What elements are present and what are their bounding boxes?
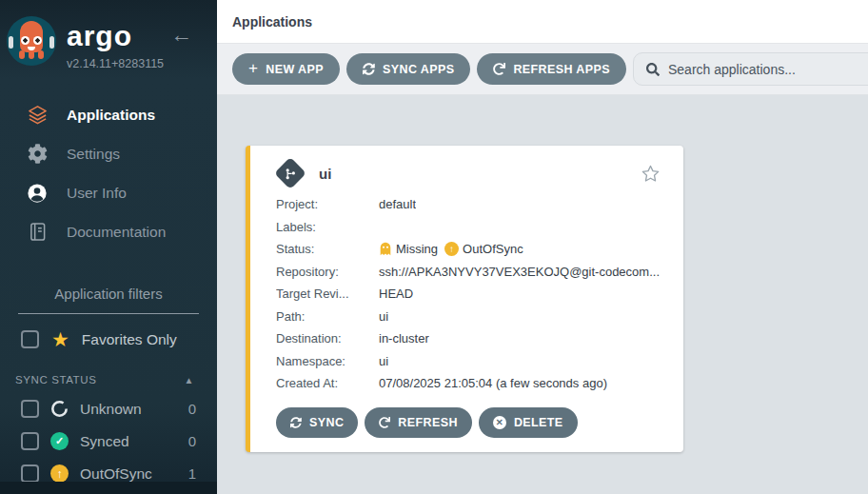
user-icon — [26, 183, 49, 204]
card-row-created-at: Created At: 07/08/2025 21:05:04 (a few s… — [276, 372, 662, 395]
logo-arm-left — [9, 36, 13, 49]
star-icon: ★ — [51, 329, 69, 349]
toolbar: + NEW APP SYNC APPS REFRESH APPS — [217, 44, 868, 95]
argo-cd-app: argo v2.14.11+8283115 ← Applications Set… — [0, 0, 868, 494]
filter-label: OutOfSync — [80, 465, 152, 483]
applications-list: ui Project: default Labels: Status: — [217, 95, 868, 494]
search-input[interactable] — [668, 62, 868, 77]
sync-icon — [290, 417, 302, 428]
main-area: Applications + NEW APP SYNC APPS REFRESH… — [217, 0, 868, 494]
gear-icon — [26, 144, 49, 164]
card-row-destination: Destination: in-cluster — [276, 327, 662, 350]
sidebar: argo v2.14.11+8283115 ← Applications Set… — [0, 0, 217, 494]
card-row-labels: Labels: — [276, 216, 662, 239]
logo-tentacle — [29, 50, 34, 59]
row-value: ui — [379, 354, 388, 368]
health-status-text: Missing — [396, 242, 438, 256]
row-value: ssh://APKA3NYVY37VEX3EKOJQ@git-codecom..… — [379, 265, 660, 279]
filter-row-unknown[interactable]: Unknown 0 — [21, 400, 196, 418]
row-label: Target Revi... — [276, 287, 379, 301]
sync-button[interactable]: SYNC — [276, 407, 358, 438]
application-filters: Application filters ★ Favorites Only SYN… — [0, 286, 217, 483]
unknown-checkbox[interactable] — [21, 400, 39, 418]
sync-status-section-header: SYNC STATUS ▲ — [15, 374, 194, 385]
row-label: Labels: — [276, 220, 379, 234]
ghost-icon — [379, 242, 392, 256]
sync-icon — [363, 63, 375, 75]
sync-status-text: OutOfSync — [463, 242, 523, 256]
star-outline-icon[interactable] — [641, 164, 661, 184]
sidebar-nav: Applications Settings User Info — [0, 95, 217, 251]
sidebar-item-label: User Info — [67, 185, 127, 202]
filter-count: 0 — [188, 401, 196, 417]
sidebar-item-settings[interactable]: Settings — [0, 134, 217, 173]
application-card-ui[interactable]: ui Project: default Labels: Status: — [246, 146, 683, 452]
row-value: default — [379, 197, 416, 211]
refresh-icon — [493, 63, 505, 75]
search-icon — [646, 63, 660, 76]
card-row-status: Status: Missing ↑ OutOfSync — [276, 238, 662, 261]
card-header: ui — [276, 158, 662, 188]
row-label: Created At: — [276, 376, 379, 390]
search-box: / — [633, 52, 868, 86]
delete-button[interactable]: ✕ DELETE — [479, 407, 578, 438]
refresh-apps-button[interactable]: REFRESH APPS — [477, 53, 626, 85]
outofsync-checkbox[interactable] — [21, 464, 39, 483]
row-value: HEAD — [379, 287, 413, 301]
sync-status-title: SYNC STATUS — [15, 374, 96, 385]
button-label: NEW APP — [266, 63, 324, 76]
sidebar-item-label: Settings — [67, 146, 120, 163]
row-label: Project: — [276, 197, 379, 211]
filters-title: Application filters — [18, 286, 199, 314]
row-label: Destination: — [276, 331, 379, 346]
argo-wordmark: argo — [67, 20, 132, 52]
card-row-project: Project: default — [276, 193, 662, 216]
row-label: Status: — [276, 242, 379, 256]
sidebar-item-label: Documentation — [67, 224, 166, 241]
filter-count: 1 — [188, 465, 196, 482]
logo-tentacle — [38, 50, 44, 59]
logo-arm-right — [49, 36, 54, 49]
application-name: ui — [319, 166, 331, 182]
row-label: Path: — [276, 309, 379, 324]
sync-apps-button[interactable]: SYNC APPS — [346, 53, 470, 85]
book-icon — [26, 222, 49, 242]
sidebar-item-documentation[interactable]: Documentation — [0, 212, 217, 251]
card-actions: SYNC REFRESH ✕ DELETE — [276, 407, 662, 438]
plus-icon: + — [248, 60, 258, 76]
layers-icon — [26, 104, 49, 126]
synced-checkbox[interactable] — [21, 432, 39, 450]
status-value: Missing ↑ OutOfSync — [379, 242, 523, 256]
row-value: in-cluster — [379, 331, 429, 346]
git-commit-icon — [274, 157, 306, 189]
row-label: Namespace: — [276, 354, 379, 368]
sidebar-item-applications[interactable]: Applications — [0, 95, 217, 134]
sidebar-collapse-arrow-icon[interactable]: ← — [170, 24, 192, 46]
page-header: Applications — [217, 0, 868, 44]
x-circle-icon: ✕ — [493, 416, 506, 429]
card-row-path: Path: ui — [276, 306, 662, 328]
filter-count: 0 — [188, 433, 196, 449]
button-label: DELETE — [514, 416, 563, 429]
button-label: REFRESH — [398, 416, 458, 429]
page-title: Applications — [232, 14, 312, 30]
logo-tentacle — [19, 50, 25, 59]
collapse-triangle-icon[interactable]: ▲ — [185, 375, 195, 385]
new-app-button[interactable]: + NEW APP — [232, 53, 340, 85]
refresh-button[interactable]: REFRESH — [365, 407, 472, 438]
button-label: REFRESH APPS — [513, 63, 610, 76]
card-row-namespace: Namespace: ui — [276, 350, 662, 373]
row-value: ui — [379, 309, 388, 324]
row-value: 07/08/2025 21:05:04 (a few seconds ago) — [379, 376, 607, 390]
favorites-checkbox[interactable] — [21, 330, 39, 348]
filter-label: Synced — [80, 433, 129, 450]
synced-check-icon: ✓ — [50, 432, 69, 450]
refresh-icon — [379, 417, 390, 428]
filter-row-synced[interactable]: ✓ Synced 0 — [21, 432, 196, 450]
filter-row-outofsync[interactable]: ↑ OutOfSync 1 — [21, 464, 196, 483]
sidebar-item-user-info[interactable]: User Info — [0, 173, 217, 212]
favorites-only-filter[interactable]: ★ Favorites Only — [21, 329, 217, 349]
card-row-repository: Repository: ssh://APKA3NYVY37VEX3EKOJQ@g… — [276, 261, 662, 284]
favorites-label: Favorites Only — [82, 331, 177, 348]
sidebar-item-label: Applications — [67, 107, 155, 124]
